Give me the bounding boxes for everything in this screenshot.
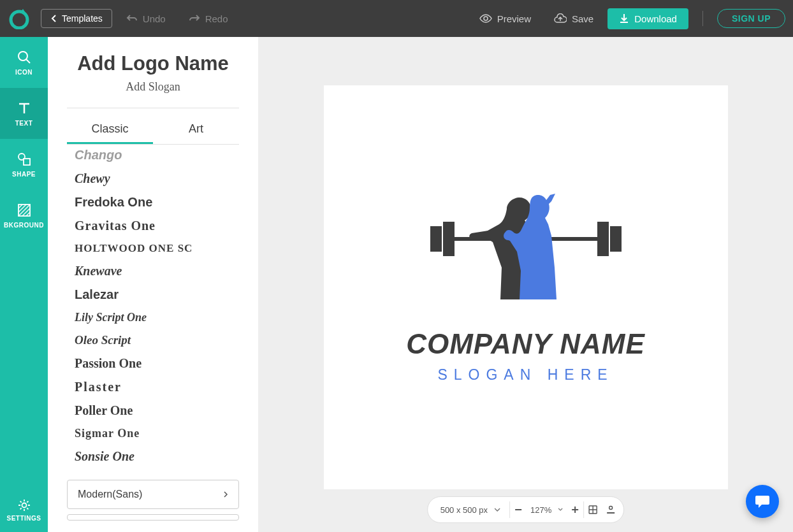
logo-graphic[interactable]	[424, 191, 628, 306]
nav-text[interactable]: TEXT	[0, 88, 48, 139]
search-icon	[17, 50, 32, 65]
svg-point-2	[18, 52, 27, 61]
font-option[interactable]: Lalezar	[67, 283, 239, 306]
font-option[interactable]: Fredoka One	[67, 191, 239, 214]
zoom-in-button[interactable]	[567, 501, 583, 518]
nav-bkground[interactable]: BKGROUND	[0, 190, 48, 241]
templates-label: Templates	[62, 13, 103, 24]
minus-icon	[514, 505, 523, 514]
preview-button[interactable]: Preview	[470, 10, 540, 28]
canvas-area: COMPANY NAME SLOGAN HERE 500 x 500 px 12…	[258, 37, 793, 532]
font-option[interactable]: Lily Script One	[67, 306, 239, 329]
caret-down-icon	[558, 508, 563, 512]
app-logo[interactable]	[8, 7, 31, 30]
download-icon	[619, 13, 629, 24]
font-category-label: Modern(Sans)	[78, 489, 142, 500]
canvas[interactable]: COMPANY NAME SLOGAN HERE	[324, 85, 728, 489]
eye-icon	[479, 14, 492, 23]
chevron-left-icon	[50, 14, 57, 23]
save-button[interactable]: Save	[545, 10, 602, 28]
svg-point-0	[11, 11, 27, 28]
main: ICON TEXT SHAPE BKGROUND SETTINGS Add Lo…	[0, 37, 793, 532]
svg-point-6	[22, 503, 26, 507]
divider	[702, 11, 703, 26]
templates-button[interactable]: Templates	[41, 9, 112, 28]
tab-art[interactable]: Art	[153, 117, 239, 144]
nav-settings[interactable]: SETTINGS	[0, 487, 48, 532]
grid-icon	[588, 505, 598, 515]
zoom-select[interactable]: 127%	[527, 497, 567, 522]
svg-rect-7	[430, 226, 442, 252]
nav-shape-label: SHAPE	[12, 171, 36, 178]
nav-shape[interactable]: SHAPE	[0, 139, 48, 190]
bottom-toolbar: 500 x 500 px 127%	[427, 496, 625, 523]
svg-rect-8	[443, 222, 455, 256]
svg-rect-10	[610, 226, 622, 252]
download-button[interactable]: Download	[607, 8, 688, 29]
svg-point-1	[484, 17, 488, 20]
nav-settings-label: SETTINGS	[6, 515, 41, 522]
hatch-icon	[17, 203, 32, 218]
nav-text-label: TEXT	[15, 120, 33, 127]
sidebar-nav: ICON TEXT SHAPE BKGROUND SETTINGS	[0, 37, 48, 532]
align-icon	[606, 505, 616, 515]
save-label: Save	[572, 13, 593, 24]
plus-icon	[571, 505, 579, 514]
undo-label: Undo	[143, 13, 166, 24]
align-button[interactable]	[602, 501, 620, 519]
font-category-select[interactable]: Modern(Sans)	[67, 480, 239, 509]
download-label: Download	[634, 13, 677, 24]
chat-icon	[754, 493, 771, 510]
font-option[interactable]: Oleo Script	[67, 329, 239, 352]
font-option[interactable]: HOLTWOOD ONE SC	[67, 238, 239, 259]
font-option[interactable]: Sigmar One	[67, 422, 239, 445]
slogan-text[interactable]: SLOGAN HERE	[437, 366, 613, 384]
redo-button[interactable]: Redo	[180, 10, 237, 28]
svg-point-13	[609, 507, 613, 510]
nav-icon-label: ICON	[15, 69, 33, 76]
cloud-icon	[554, 13, 567, 24]
chat-button[interactable]	[746, 485, 779, 518]
shape-icon	[17, 152, 32, 167]
nav-bkground-label: BKGROUND	[4, 222, 44, 229]
svg-rect-4	[24, 159, 30, 165]
add-logo-name-button[interactable]: Add Logo Name	[67, 52, 239, 75]
redo-label: Redo	[205, 13, 228, 24]
font-list[interactable]: Chango Chewy Fredoka One Gravitas One HO…	[67, 145, 239, 477]
font-option[interactable]: Gravitas One	[67, 214, 239, 238]
font-option[interactable]: Plaster	[67, 375, 239, 399]
font-option[interactable]: Sonsie One	[67, 445, 239, 468]
topbar: Templates Undo Redo Preview Save Downloa…	[0, 0, 793, 37]
font-option[interactable]: Passion One	[67, 352, 239, 375]
add-slogan-button[interactable]: Add Slogan	[67, 80, 239, 94]
preview-label: Preview	[497, 13, 531, 24]
font-option[interactable]: Chango	[67, 145, 239, 167]
zoom-label: 127%	[530, 505, 551, 515]
svg-rect-9	[597, 222, 609, 256]
font-option[interactable]: Knewave	[67, 259, 239, 283]
tab-classic[interactable]: Classic	[67, 117, 153, 144]
nav-icon[interactable]: ICON	[0, 37, 48, 88]
font-category-select-next[interactable]	[67, 514, 239, 521]
chevron-right-icon	[223, 491, 228, 498]
company-name-text[interactable]: COMPANY NAME	[406, 328, 645, 360]
dimensions-select[interactable]: 500 x 500 px	[432, 497, 509, 522]
caret-down-icon	[494, 508, 500, 512]
redo-icon	[189, 14, 200, 23]
grid-toggle-button[interactable]	[584, 501, 602, 519]
font-option[interactable]: Chewy	[67, 167, 239, 191]
gear-icon	[17, 498, 31, 512]
undo-button[interactable]: Undo	[117, 10, 175, 28]
dimensions-label: 500 x 500 px	[440, 505, 488, 515]
signup-button[interactable]: SIGN UP	[717, 9, 785, 28]
svg-point-12	[504, 231, 513, 240]
font-tabs: Classic Art	[67, 117, 239, 145]
zoom-out-button[interactable]	[510, 501, 527, 518]
text-icon	[17, 101, 32, 116]
font-option[interactable]: Poller One	[67, 399, 239, 422]
text-panel: Add Logo Name Add Slogan Classic Art Cha…	[48, 37, 258, 532]
undo-icon	[126, 14, 138, 23]
divider	[67, 108, 239, 108]
